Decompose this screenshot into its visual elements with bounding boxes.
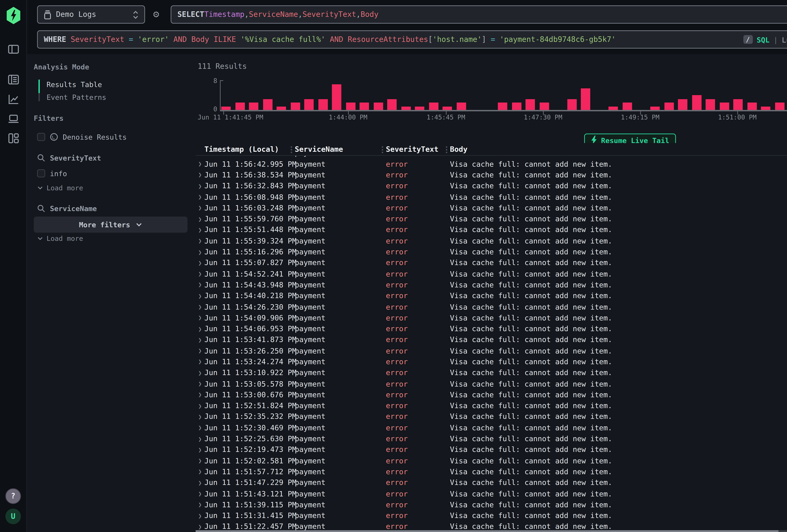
histogram-bar[interactable] xyxy=(304,99,314,110)
table-row[interactable]: ❯Jun 11 1:55:39.324 PMpaymenterrorVisa c… xyxy=(196,235,787,247)
histogram-bar[interactable] xyxy=(221,106,231,110)
histogram-bar[interactable] xyxy=(706,99,715,110)
histogram-bar[interactable] xyxy=(623,103,632,110)
table-row[interactable]: ❯Jun 11 1:55:07.827 PMpaymenterrorVisa c… xyxy=(196,257,787,269)
table-row[interactable]: ❯Jun 11 1:53:26.250 PMpaymenterrorVisa c… xyxy=(196,345,787,356)
row-expand-chevron-icon[interactable]: ❯ xyxy=(196,315,205,321)
histogram-bar[interactable] xyxy=(401,106,411,110)
row-expand-chevron-icon[interactable]: ❯ xyxy=(196,282,205,289)
histogram-bar[interactable] xyxy=(581,88,591,110)
row-expand-chevron-icon[interactable]: ❯ xyxy=(196,304,205,311)
denoise-results-row[interactable]: Denoise Results xyxy=(37,131,196,142)
horizontal-scrollbar-thumb[interactable] xyxy=(196,530,778,532)
row-expand-chevron-icon[interactable]: ❯ xyxy=(196,359,205,365)
histogram-bar[interactable] xyxy=(387,99,397,110)
histogram-bar[interactable] xyxy=(332,85,341,110)
column-resize-handle[interactable] xyxy=(446,146,447,153)
row-expand-chevron-icon[interactable]: ❯ xyxy=(196,227,205,233)
row-expand-chevron-icon[interactable]: ❯ xyxy=(196,447,205,453)
chart-explorer-icon[interactable] xyxy=(7,93,19,105)
servicename-load-more[interactable]: Load more xyxy=(37,233,196,243)
col-header-servicename[interactable]: ServiceName xyxy=(295,145,343,154)
where-query-input[interactable]: WHERE SeverityText = 'error' AND Body IL… xyxy=(37,30,787,49)
query-language-toggle[interactable]: / SQL | Lucene xyxy=(743,31,787,48)
sql-mode-option[interactable]: SQL xyxy=(757,36,769,43)
results-histogram[interactable]: 8 0 Jun 11 1:41:45 PM1:44:00 PM1:45:45 P… xyxy=(196,76,787,120)
info-checkbox[interactable] xyxy=(37,169,45,177)
histogram-bar[interactable] xyxy=(456,103,466,110)
table-row[interactable]: ❯Jun 11 1:56:38.534 PMpaymenterrorVisa c… xyxy=(196,170,787,180)
table-row[interactable]: ❯Jun 11 1:56:08.948 PMpaymenterrorVisa c… xyxy=(196,192,787,203)
row-expand-chevron-icon[interactable]: ❯ xyxy=(196,325,205,332)
search-logs-icon[interactable] xyxy=(7,73,19,86)
histogram-bar[interactable] xyxy=(263,99,272,110)
table-row[interactable]: ❯Jun 11 1:55:59.760 PMpaymenterrorVisa c… xyxy=(196,213,787,225)
user-avatar[interactable]: U xyxy=(5,509,21,524)
histogram-bar[interactable] xyxy=(775,103,784,110)
hyperdx-logo-icon[interactable] xyxy=(6,7,20,24)
table-row[interactable]: ❯Jun 11 1:51:43.121 PMpaymenterrorVisa c… xyxy=(196,488,787,499)
servicename-field-label[interactable]: ServiceName xyxy=(50,204,97,212)
row-expand-chevron-icon[interactable]: ❯ xyxy=(196,380,205,387)
table-row[interactable]: ❯Jun 11 1:54:40.218 PMpaymenterrorVisa c… xyxy=(196,291,787,301)
histogram-bar[interactable] xyxy=(443,106,452,110)
table-row[interactable]: ❯Jun 11 1:56:03.248 PMpaymenterrorVisa c… xyxy=(196,203,787,214)
table-row[interactable]: ❯Jun 11 1:53:41.873 PMpaymenterrorVisa c… xyxy=(196,335,787,345)
col-header-timestamp[interactable]: Timestamp (Local) xyxy=(205,145,279,154)
table-row[interactable]: ❯Jun 11 1:53:00.676 PMpaymenterrorVisa c… xyxy=(196,389,787,400)
column-resize-handle[interactable] xyxy=(382,146,383,153)
histogram-bar[interactable] xyxy=(235,103,244,110)
row-expand-chevron-icon[interactable]: ❯ xyxy=(196,337,205,343)
col-header-body[interactable]: Body xyxy=(450,145,467,154)
table-row[interactable]: ❯Jun 11 1:52:30.469 PMpaymenterrorVisa c… xyxy=(196,422,787,433)
row-expand-chevron-icon[interactable]: ❯ xyxy=(196,259,205,266)
row-expand-chevron-icon[interactable]: ❯ xyxy=(196,194,205,200)
table-row[interactable]: ❯Jun 11 1:51:57.712 PMpaymenterrorVisa c… xyxy=(196,466,787,477)
table-row[interactable]: ❯Jun 11 1:51:47.229 PMpaymenterrorVisa c… xyxy=(196,477,787,488)
sessions-icon[interactable] xyxy=(7,113,19,125)
histogram-bar[interactable] xyxy=(429,103,438,110)
table-row[interactable]: ❯Jun 11 1:54:43.948 PMpaymenterrorVisa c… xyxy=(196,279,787,291)
histogram-bar[interactable] xyxy=(567,99,577,110)
table-row[interactable]: ❯Jun 11 1:52:02.581 PMpaymenterrorVisa c… xyxy=(196,455,787,466)
denoise-checkbox[interactable] xyxy=(37,132,45,141)
histogram-bar[interactable] xyxy=(512,103,521,110)
histogram-bar[interactable] xyxy=(678,99,687,110)
row-expand-chevron-icon[interactable]: ❯ xyxy=(196,402,205,409)
row-expand-chevron-icon[interactable]: ❯ xyxy=(196,183,205,189)
table-row[interactable]: ❯Jun 11 1:54:52.241 PMpaymenterrorVisa c… xyxy=(196,269,787,279)
table-row[interactable]: ❯Jun 11 1:51:31.415 PMpaymenterrorVisa c… xyxy=(196,510,787,521)
horizontal-scrollbar[interactable] xyxy=(196,530,787,532)
table-row[interactable]: ❯Jun 11 1:55:16.296 PMpaymenterrorVisa c… xyxy=(196,247,787,257)
more-filters-button[interactable]: More filters xyxy=(34,217,188,233)
severitytext-field-label[interactable]: SeverityText xyxy=(50,153,101,162)
table-row[interactable]: ❯Jun 11 1:54:26.230 PMpaymenterrorVisa c… xyxy=(196,301,787,313)
table-row[interactable]: ❯Jun 11 1:56:42.995 PMpaymenterrorVisa c… xyxy=(196,158,787,170)
row-expand-chevron-icon[interactable]: ❯ xyxy=(196,480,205,486)
nav-results-table[interactable]: Results Table xyxy=(38,78,196,90)
row-expand-chevron-icon[interactable]: ❯ xyxy=(196,238,205,244)
table-row[interactable]: ❯Jun 11 1:54:09.906 PMpaymenterrorVisa c… xyxy=(196,313,787,323)
histogram-bar[interactable] xyxy=(720,103,729,110)
histogram-bar[interactable] xyxy=(761,106,770,110)
row-expand-chevron-icon[interactable]: ❯ xyxy=(196,490,205,497)
row-expand-chevron-icon[interactable]: ❯ xyxy=(196,205,205,211)
histogram-bar[interactable] xyxy=(374,103,383,110)
histogram-bar[interactable] xyxy=(249,103,258,110)
source-select[interactable]: Demo Logs xyxy=(37,5,145,24)
row-expand-chevron-icon[interactable]: ❯ xyxy=(196,468,205,475)
row-expand-chevron-icon[interactable]: ❯ xyxy=(196,216,205,222)
histogram-bar[interactable] xyxy=(609,106,618,110)
table-row[interactable]: ❯Jun 11 1:53:10.922 PMpaymenterrorVisa c… xyxy=(196,367,787,378)
row-expand-chevron-icon[interactable]: ❯ xyxy=(196,249,205,255)
histogram-bar[interactable] xyxy=(291,103,300,110)
histogram-bar[interactable] xyxy=(360,103,369,110)
nav-event-patterns[interactable]: Event Patterns xyxy=(38,90,196,103)
table-row[interactable]: ❯Jun 11 1:52:35.232 PMpaymenterrorVisa c… xyxy=(196,411,787,423)
row-expand-chevron-icon[interactable]: ❯ xyxy=(196,413,205,420)
histogram-bar[interactable] xyxy=(415,106,425,110)
row-expand-chevron-icon[interactable]: ❯ xyxy=(196,512,205,519)
table-row[interactable]: ❯Jun 11 1:52:19.473 PMpaymenterrorVisa c… xyxy=(196,444,787,455)
histogram-bar[interactable] xyxy=(733,99,743,110)
help-button[interactable]: ? xyxy=(5,488,21,504)
